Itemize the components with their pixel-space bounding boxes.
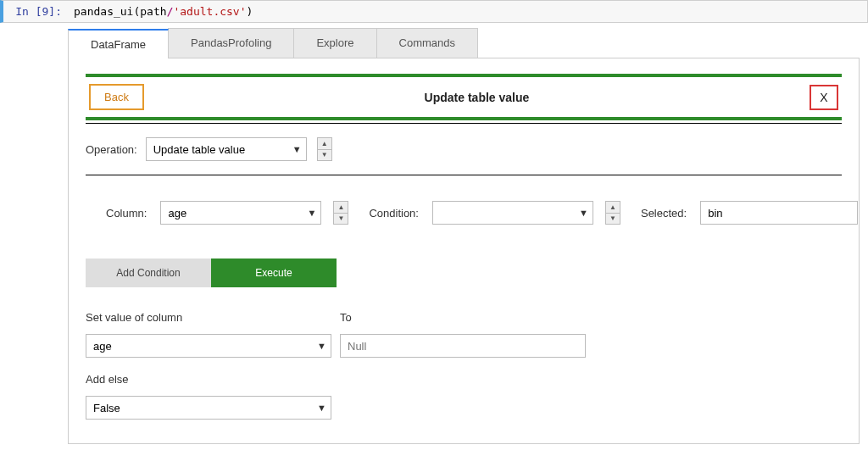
- add-else-row: Add else False ▼: [86, 373, 842, 420]
- stepper-up-button[interactable]: ▲: [606, 202, 620, 213]
- close-button[interactable]: X: [810, 85, 838, 110]
- stepper-up-button[interactable]: ▲: [334, 202, 348, 213]
- column-label: Column:: [106, 207, 147, 220]
- add-else-label: Add else: [86, 373, 842, 386]
- tab-explore[interactable]: Explore: [293, 28, 376, 58]
- execute-button[interactable]: Execute: [211, 259, 337, 287]
- panel: Back Update table value X Operation: Upd…: [68, 58, 860, 444]
- condition-row: Column: age ▼ ▲ ▼ Condition: ▼ ▲: [86, 175, 842, 233]
- operation-select[interactable]: Update table value: [146, 137, 307, 161]
- add-condition-button[interactable]: Add Condition: [86, 259, 211, 287]
- operation-label: Operation:: [86, 143, 137, 156]
- tab-dataframe[interactable]: DataFrame: [68, 29, 169, 58]
- tab-commands[interactable]: Commands: [376, 28, 478, 58]
- prompt: In [9]:: [3, 1, 67, 22]
- output-widget: DataFrame PandasProfoling Explore Comman…: [0, 23, 868, 449]
- stepper-down-button[interactable]: ▼: [318, 149, 331, 160]
- jupyter-code-cell: In [9]: pandas_ui(path/'adult.csv'): [0, 0, 868, 23]
- condition-select[interactable]: [432, 201, 593, 225]
- back-button[interactable]: Back: [89, 84, 144, 110]
- operation-stepper: ▲ ▼: [317, 137, 332, 161]
- panel-title: Update table value: [144, 91, 810, 104]
- to-input[interactable]: [340, 334, 586, 358]
- operation-row: Operation: Update table value ▼ ▲ ▼: [86, 124, 842, 175]
- stepper-down-button[interactable]: ▼: [606, 213, 620, 224]
- titlebar: Back Update table value X: [86, 77, 842, 117]
- stepper-up-button[interactable]: ▲: [318, 138, 331, 149]
- set-value-label: Set value of column: [86, 311, 331, 324]
- column-select[interactable]: age: [160, 201, 321, 225]
- condition-stepper: ▲ ▼: [605, 201, 620, 225]
- tab-pandasprofiling[interactable]: PandasProfoling: [168, 28, 294, 58]
- operation-select-wrap: Update table value ▼: [146, 137, 307, 161]
- add-else-select[interactable]: False: [86, 396, 331, 420]
- selected-label: Selected:: [641, 207, 687, 220]
- stepper-down-button[interactable]: ▼: [334, 213, 348, 224]
- to-label: To: [340, 311, 586, 324]
- code-input[interactable]: pandas_ui(path/'adult.csv'): [67, 1, 867, 22]
- column-stepper: ▲ ▼: [333, 201, 348, 225]
- tab-bar: DataFrame PandasProfoling Explore Comman…: [68, 28, 860, 58]
- selected-input[interactable]: [700, 201, 858, 225]
- action-buttons: Add Condition Execute: [86, 259, 842, 287]
- condition-label: Condition:: [369, 207, 419, 220]
- set-value-row: Set value of column age ▼ To: [86, 304, 842, 358]
- set-value-column-select[interactable]: age: [86, 334, 331, 358]
